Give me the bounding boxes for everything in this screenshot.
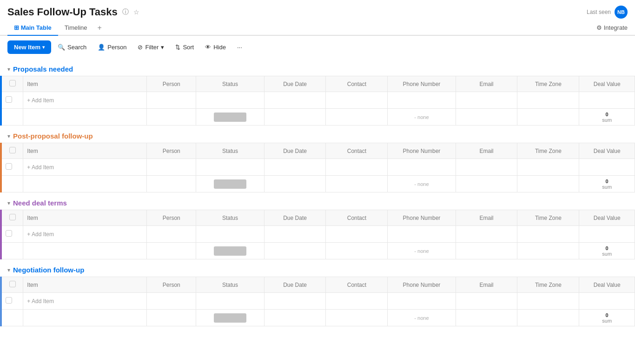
add-item-cell[interactable]: + Add Item: [23, 92, 147, 109]
phone-summary: - none: [388, 176, 456, 192]
empty-cell: [456, 226, 517, 243]
row-checkbox: [6, 96, 12, 103]
col-header-email: Email: [456, 277, 517, 293]
tab-timeline[interactable]: Timeline: [58, 20, 94, 36]
col-header-contact: Contact: [326, 76, 388, 92]
col-header-phone-number: Phone Number: [388, 76, 456, 92]
empty-cell: [326, 159, 388, 176]
add-item-cell[interactable]: + Add Item: [23, 159, 147, 176]
col-header-status: Status: [196, 277, 264, 293]
status-summary-bar: [214, 246, 246, 256]
add-item-row[interactable]: + Add Item: [1, 92, 635, 109]
info-icon[interactable]: ⓘ: [121, 7, 130, 17]
empty-cell: [196, 159, 264, 176]
group-header-post-proposal-follow-up[interactable]: ▾ Post-proposal follow-up: [0, 126, 635, 143]
summary-row: - none0sum: [1, 243, 635, 259]
col-header-person: Person: [147, 277, 196, 293]
col-header-deal-value: Deal Value: [579, 143, 635, 159]
col-header-email: Email: [456, 143, 517, 159]
filter-button[interactable]: ⊘ Filter ▾: [133, 41, 169, 53]
group-table-wrap: ItemPersonStatusDue DateContactPhone Num…: [0, 143, 635, 192]
sort-icon: ⇅: [175, 44, 180, 51]
add-item-cell[interactable]: + Add Item: [23, 226, 147, 243]
empty-cell: [517, 159, 579, 176]
select-all-checkbox[interactable]: [9, 214, 16, 220]
col-header-phone-number: Phone Number: [388, 143, 456, 159]
group-collapse-icon: ▾: [7, 200, 10, 206]
col-header-contact: Contact: [326, 210, 388, 226]
add-item-cell[interactable]: + Add Item: [23, 293, 147, 310]
group-title: Negotiation follow-up: [13, 266, 84, 274]
col-header-due-date: Due Date: [264, 143, 326, 159]
empty-cell: [517, 92, 579, 109]
col-header-person: Person: [147, 210, 196, 226]
empty-cell: [517, 293, 579, 310]
empty-cell: [326, 226, 388, 243]
empty-cell: [147, 92, 196, 109]
page-title: Sales Follow-Up Tasks ⓘ ☆: [7, 6, 140, 18]
deal-summary: 0sum: [579, 310, 635, 326]
col-header-email: Email: [456, 210, 517, 226]
group-post-proposal-follow-up: ▾ Post-proposal follow-up ItemPersonStat…: [0, 126, 635, 192]
tab-add-button[interactable]: +: [94, 22, 106, 34]
empty-cell: [456, 293, 517, 310]
avatar: NB: [615, 6, 628, 19]
col-header-time-zone: Time Zone: [517, 143, 579, 159]
empty-cell: [264, 92, 326, 109]
empty-cell: [147, 159, 196, 176]
search-icon: 🔍: [58, 44, 65, 51]
group-table-wrap: ItemPersonStatusDue DateContactPhone Num…: [0, 210, 635, 259]
status-summary-bar: [214, 113, 246, 122]
add-item-row[interactable]: + Add Item: [1, 226, 635, 243]
add-item-row[interactable]: + Add Item: [1, 293, 635, 310]
col-header-email: Email: [456, 76, 517, 92]
toolbar: New Item ▾ 🔍 Search 👤 Person ⊘ Filter ▾ …: [0, 36, 635, 59]
integrate-button[interactable]: ⚙ Integrate: [596, 24, 628, 31]
empty-cell: [579, 293, 635, 310]
hide-button[interactable]: 👁 Hide: [200, 41, 231, 53]
select-all-checkbox[interactable]: [9, 80, 16, 86]
phone-summary: - none: [388, 243, 456, 259]
new-item-button[interactable]: New Item ▾: [7, 40, 51, 54]
empty-cell: [196, 226, 264, 243]
add-item-row[interactable]: + Add Item: [1, 159, 635, 176]
sort-button[interactable]: ⇅ Sort: [171, 41, 198, 53]
group-collapse-icon: ▾: [7, 66, 10, 73]
star-icon[interactable]: ☆: [132, 7, 140, 17]
app-header: Sales Follow-Up Tasks ⓘ ☆ Last seen NB: [0, 0, 635, 19]
col-header-phone-number: Phone Number: [388, 277, 456, 293]
filter-icon: ⊘: [138, 44, 143, 51]
col-header-due-date: Due Date: [264, 210, 326, 226]
empty-cell: [264, 159, 326, 176]
deal-summary: 0sum: [579, 109, 635, 126]
col-header-item: Item: [23, 76, 147, 92]
col-header-item: Item: [23, 143, 147, 159]
col-header-deal-value: Deal Value: [579, 210, 635, 226]
tab-main-table[interactable]: ⊞ Main Table: [7, 20, 58, 36]
search-button[interactable]: 🔍 Search: [53, 41, 91, 53]
group-negotiation-follow-up: ▾ Negotiation follow-up ItemPersonStatus…: [0, 259, 635, 326]
group-header-need-deal-terms[interactable]: ▾ Need deal terms: [0, 192, 635, 210]
group-need-deal-terms: ▾ Need deal terms ItemPersonStatusDue Da…: [0, 192, 635, 259]
group-title: Post-proposal follow-up: [13, 132, 93, 140]
group-header-proposals-needed[interactable]: ▾ Proposals needed: [0, 59, 635, 76]
chevron-down-icon: ▾: [42, 45, 45, 50]
col-header-time-zone: Time Zone: [517, 76, 579, 92]
person-button[interactable]: 👤 Person: [93, 41, 131, 53]
col-header-deal-value: Deal Value: [579, 76, 635, 92]
col-header-contact: Contact: [326, 143, 388, 159]
col-header-status: Status: [196, 210, 264, 226]
title-text: Sales Follow-Up Tasks: [7, 6, 118, 18]
phone-summary: - none: [388, 109, 456, 126]
group-table-wrap: ItemPersonStatusDue DateContactPhone Num…: [0, 277, 635, 326]
group-collapse-icon: ▾: [7, 133, 10, 139]
select-all-checkbox[interactable]: [9, 281, 16, 287]
col-header-person: Person: [147, 143, 196, 159]
select-all-checkbox[interactable]: [9, 147, 16, 153]
more-button[interactable]: ···: [232, 41, 247, 53]
group-header-negotiation-follow-up[interactable]: ▾ Negotiation follow-up: [0, 259, 635, 277]
integrate-icon: ⚙: [596, 24, 602, 31]
row-checkbox: [6, 230, 12, 237]
title-icons: ⓘ ☆: [121, 7, 140, 17]
header-right: Last seen NB: [587, 6, 628, 19]
